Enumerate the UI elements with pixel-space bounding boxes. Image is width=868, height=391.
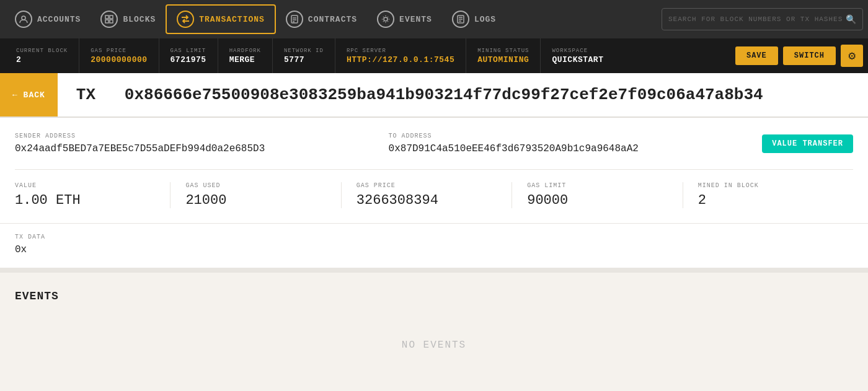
sender-label: SENDER ADDRESS	[15, 133, 364, 139]
hardfork-label: HARDFORK	[229, 48, 261, 54]
save-button[interactable]: SAVE	[735, 46, 778, 65]
gear-icon: ⚙	[848, 50, 856, 62]
gas-limit-metric-label: GAS LIMIT	[527, 182, 667, 189]
gas-used-value: 21000	[185, 193, 326, 208]
gas-used-metric: GAS USED 21000	[185, 182, 341, 208]
mined-block-value: 2	[698, 193, 838, 208]
events-section: EVENTS NO EVENTS	[0, 273, 868, 391]
nav-blocks[interactable]: BLOCKS	[91, 6, 166, 33]
events-icon	[377, 11, 394, 28]
nav-contracts[interactable]: CONTRACTS	[276, 6, 367, 33]
nav-events[interactable]: EVENTS	[367, 6, 442, 33]
transactions-label: TRANSACTIONS	[199, 15, 265, 24]
sender-value: 0x24aadf5BED7a7EBE5c7D55aDEFb994d0a2e685…	[15, 143, 364, 154]
mining-status-label: MINING STATUS	[477, 48, 529, 54]
nav-accounts[interactable]: ACCOUNTS	[5, 6, 91, 33]
events-label: EVENTS	[399, 15, 432, 24]
svg-rect-1	[105, 15, 108, 19]
gas-limit-value: 6721975	[170, 55, 206, 64]
tx-data-section: TX DATA 0x	[0, 223, 868, 268]
value-metric: VALUE 1.00 ETH	[15, 182, 170, 208]
status-actions: SAVE SWITCH ⚙	[735, 38, 863, 73]
section-divider	[0, 268, 868, 273]
value-transfer-badge: VALUE TRANSFER	[762, 134, 853, 153]
logs-label: LOGS	[474, 15, 496, 24]
tx-prefix: TX	[76, 86, 95, 104]
no-events-label: NO EVENTS	[15, 315, 853, 376]
contracts-icon	[286, 11, 303, 28]
current-block-value: 2	[16, 55, 68, 64]
metrics-row: VALUE 1.00 ETH GAS USED 21000 GAS PRICE …	[15, 169, 853, 208]
tx-details-panel: SENDER ADDRESS 0x24aadf5BED7a7EBE5c7D55a…	[0, 118, 868, 223]
svg-point-0	[22, 16, 25, 20]
workspace-value: QUICKSTART	[552, 55, 603, 64]
value-metric-value: 1.00 ETH	[15, 193, 155, 208]
accounts-icon	[15, 11, 32, 28]
search-input[interactable]	[668, 15, 842, 23]
settings-button[interactable]: ⚙	[841, 45, 863, 67]
current-block-label: CURRENT BLOCK	[16, 48, 68, 54]
tx-hash-display: TX 0x86666e75500908e3083259ba941b903214f…	[58, 86, 763, 104]
address-row: SENDER ADDRESS 0x24aadf5BED7a7EBE5c7D55a…	[15, 133, 853, 154]
network-id-label: NETWORK ID	[284, 48, 324, 54]
svg-point-9	[384, 17, 388, 21]
mined-block-metric: MINED IN BLOCK 2	[698, 182, 853, 208]
tx-hash: 0x86666e75500908e3083259ba941b903214f77d…	[125, 86, 763, 104]
svg-rect-3	[105, 20, 108, 23]
blocks-label: BLOCKS	[123, 15, 156, 24]
tx-data-value: 0x	[15, 244, 853, 255]
rpc-server-label: RPC SERVER	[347, 48, 454, 54]
network-id-item: NETWORK ID 5777	[273, 38, 335, 73]
hardfork-item: HARDFORK MERGE	[218, 38, 273, 73]
nav-logs[interactable]: LOGS	[442, 6, 506, 33]
network-id-value: 5777	[284, 55, 324, 64]
workspace-item: WORKSPACE QUICKSTART	[541, 38, 614, 73]
status-bar: CURRENT BLOCK 2 GAS PRICE 20000000000 GA…	[0, 38, 868, 73]
to-block: TO ADDRESS 0x87D91C4a510eEE46f3d6793520A…	[389, 133, 738, 154]
workspace-label: WORKSPACE	[552, 48, 603, 54]
gas-used-label: GAS USED	[185, 182, 326, 189]
gas-limit-item: GAS LIMIT 6721975	[159, 38, 218, 73]
gas-price-label: GAS PRICE	[91, 48, 147, 54]
hardfork-value: MERGE	[229, 55, 261, 64]
rpc-server-item: RPC SERVER HTTP://127.0.0.1:7545	[335, 38, 466, 73]
svg-rect-4	[110, 20, 113, 23]
gas-limit-label: GAS LIMIT	[170, 48, 206, 54]
tx-header: ← BACK TX 0x86666e75500908e3083259ba941b…	[0, 73, 868, 118]
to-label: TO ADDRESS	[389, 133, 738, 139]
main-content: ← BACK TX 0x86666e75500908e3083259ba941b…	[0, 73, 868, 391]
nav-transactions[interactable]: TRANSACTIONS	[166, 4, 276, 34]
back-button[interactable]: ← BACK	[0, 73, 58, 116]
to-value: 0x87D91C4a510eEE46f3d6793520A9b1c9a9648a…	[389, 143, 738, 154]
mining-status-item: MINING STATUS AUTOMINING	[466, 38, 541, 73]
contracts-label: CONTRACTS	[308, 15, 357, 24]
gas-limit-metric-value: 90000	[527, 193, 667, 208]
rpc-server-value: HTTP://127.0.0.1:7545	[347, 55, 454, 64]
gas-price-metric: GAS PRICE 3266308394	[356, 182, 512, 208]
accounts-label: ACCOUNTS	[37, 15, 81, 24]
blocks-icon	[100, 11, 118, 28]
gas-price-metric-label: GAS PRICE	[356, 182, 497, 189]
gas-price-metric-value: 3266308394	[356, 193, 497, 208]
sender-block: SENDER ADDRESS 0x24aadf5BED7a7EBE5c7D55a…	[15, 133, 364, 154]
gas-limit-metric: GAS LIMIT 90000	[527, 182, 683, 208]
gas-price-item: GAS PRICE 20000000000	[79, 38, 159, 73]
transactions-icon	[177, 11, 194, 28]
mining-status-value: AUTOMINING	[477, 55, 529, 64]
top-navigation: ACCOUNTS BLOCKS TRANSACTIONS	[0, 0, 868, 38]
gas-price-value: 20000000000	[91, 55, 147, 64]
value-metric-label: VALUE	[15, 182, 155, 189]
switch-button[interactable]: SWITCH	[783, 46, 836, 65]
events-title: EVENTS	[15, 290, 853, 302]
search-icon: 🔍	[846, 14, 856, 25]
current-block-item: CURRENT BLOCK 2	[5, 38, 79, 73]
tx-data-label: TX DATA	[15, 234, 853, 240]
mined-block-label: MINED IN BLOCK	[698, 182, 838, 189]
svg-rect-2	[110, 15, 113, 19]
search-bar[interactable]: 🔍	[662, 8, 863, 30]
logs-icon	[452, 11, 469, 28]
